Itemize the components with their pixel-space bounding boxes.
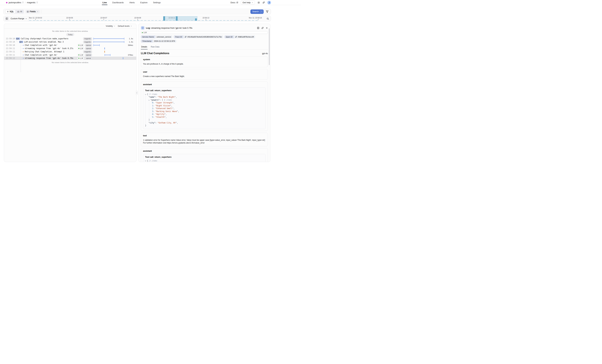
timeline-selection[interactable] <box>163 16 197 21</box>
tick-mark <box>35 19 36 20</box>
message-role: assistant <box>143 83 266 86</box>
close-icon[interactable] <box>266 27 268 29</box>
tick-label: 22:59:13 <box>203 17 209 19</box>
span-tick <box>123 57 123 59</box>
table-icon <box>27 10 29 13</box>
sql-icon <box>7 10 9 12</box>
log-row-selected[interactable]: 22:59:12 ◆ streaming response from 'gpt-… <box>4 57 136 60</box>
green-dot-icon <box>78 45 79 46</box>
log-detail-panel: Log: streaming response from 'gpt-4o' to… <box>139 24 270 162</box>
tick-label: Nov 12, 22:59:16 <box>249 17 262 19</box>
log-row[interactable]: 22:59:11 ◆ Retrying Chat Completion. Att… <box>4 50 136 53</box>
section-title: LLM Chat Completions <box>141 52 169 55</box>
log-row[interactable]: 22:59:11 ◆ Chat Completion with 'gpt-4o'… <box>4 53 136 57</box>
log-row[interactable]: 22:59:10 ◆ Chat Completion with 'gpt-4o'… <box>4 43 136 47</box>
message-text: You are professor A, in charge of the A-… <box>143 63 266 65</box>
breadcrumb-separator: / <box>25 1 26 4</box>
span-duration: 1.9s <box>126 41 133 43</box>
log-message: LLM-assisted retries enabled. Max 3 <box>24 41 64 43</box>
sql-mode-button[interactable]: SQL <box>5 10 15 13</box>
open-in-viewer-icon[interactable] <box>257 27 259 29</box>
trace-id-pill[interactable]: Trace ID #9146a6974e4e6140538043607a71c7… <box>174 35 223 38</box>
tick-mark <box>258 19 258 20</box>
project-selector[interactable]: magentic <box>27 1 36 4</box>
tab-settings[interactable]: Settings <box>153 0 161 5</box>
top-nav: ◆ jackmpcollins / magentic Live Dashboar… <box>0 0 301 5</box>
message-card-assistant: assistant Tool call: return_superhero 3 … <box>141 148 268 162</box>
share-link-icon[interactable] <box>262 1 265 4</box>
tab-live[interactable]: Live <box>103 0 107 5</box>
timeline-baseline <box>29 20 258 21</box>
tab-alerts[interactable]: Alerts <box>129 0 135 5</box>
message-card-user: user Create a new superhero named The Ba… <box>141 69 268 80</box>
span-diamond-warning-icon: ◆ <box>23 51 24 52</box>
org-chevrons-icon[interactable] <box>22 1 24 3</box>
collapse-count-badge[interactable]: 5 <box>19 41 23 43</box>
panel-resize-handle[interactable] <box>136 91 138 95</box>
levels-dropdown[interactable]: Default levels <box>118 25 132 27</box>
log-message: streaming response from 'gpt-4o' took 0.… <box>25 47 73 50</box>
theme-toggle-icon[interactable] <box>258 1 260 4</box>
green-dot-icon <box>78 58 79 59</box>
external-link-icon <box>236 1 238 4</box>
span-bar-track <box>93 57 126 60</box>
span-diamond-icon: ◆ <box>23 57 24 59</box>
filter-icon[interactable] <box>266 10 269 13</box>
message-card-tool: tool 1 validation error for Superhero na… <box>141 133 268 146</box>
log-list-panel: Visibility Default levels No older items… <box>4 24 137 162</box>
collapse-chevron-icon[interactable] <box>145 94 146 95</box>
tab-explore[interactable]: Explore <box>140 0 147 5</box>
tab-details[interactable]: Details <box>141 45 148 49</box>
tab-dashboards[interactable]: Dashboards <box>112 0 124 5</box>
message-role: tool <box>143 135 266 137</box>
search-button[interactable]: Search <box>250 10 264 14</box>
tick-mark <box>206 19 206 20</box>
log-time: 22:59:11 <box>4 54 15 56</box>
llm-badge: LLM <box>141 31 268 34</box>
link-icon <box>235 36 237 38</box>
search-query-input[interactable] <box>43 9 249 14</box>
zoom-in-icon[interactable] <box>266 17 269 20</box>
collapse-chevron-icon[interactable] <box>148 99 150 100</box>
ai-mode-button[interactable]: AI <box>16 10 24 13</box>
histogram-bar <box>163 16 165 21</box>
log-row[interactable]: 22:59:10 6 Calling chatprompt-function m… <box>4 37 136 40</box>
log-list-header: Visibility Default levels <box>4 24 136 29</box>
span-duration: 1.9s <box>126 38 133 40</box>
log-row[interactable]: 22:59:10 5 LLM-assisted retries enabled.… <box>4 40 136 43</box>
histogram-bar <box>176 16 178 21</box>
tick-label: Nov 12, 22:59:03 <box>29 17 42 19</box>
sidebar-toggle-icon[interactable] <box>5 16 9 21</box>
message-card-system: system You are professor A, in charge of… <box>141 57 268 67</box>
fields-button[interactable]: Fields <box>25 10 40 13</box>
timeline-track[interactable]: Nov 12, 22:59:03 22:59:05 22:59:07 22:59… <box>29 16 265 21</box>
get-help-button[interactable]: Get help <box>241 0 255 5</box>
project-chevrons-icon[interactable] <box>36 1 38 3</box>
log-row[interactable]: 22:59:11 ◆ streaming response from 'gpt-… <box>4 47 136 50</box>
copy-link-icon[interactable] <box>261 27 264 29</box>
chevron-down-icon <box>130 25 132 27</box>
org-selector[interactable]: jackmpcollins <box>9 1 21 4</box>
tick-label: 22:59:09 <box>134 17 141 19</box>
today-badge: Today <box>66 33 74 36</box>
avatar[interactable]: J <box>267 1 271 4</box>
time-range-selector[interactable]: Custom Range <box>11 17 28 20</box>
detail-tabs: Details Raw Data <box>141 45 268 49</box>
detail-title: Log: streaming response from 'gpt-4o' to… <box>146 27 193 29</box>
tick-mark <box>138 19 138 20</box>
span-tick <box>104 51 105 53</box>
span-id-pill[interactable]: Span ID #fd81e8f78c4ecc9f <box>225 35 255 38</box>
collapse-chevron-icon[interactable] <box>145 160 146 161</box>
log-message: Chat Completion with 'gpt-4o' <box>25 44 57 46</box>
span-diamond-icon: ◆ <box>23 54 24 56</box>
span-duration: 370ms <box>126 54 133 56</box>
visibility-dropdown[interactable]: Visibility <box>106 25 115 27</box>
tab-raw-data[interactable]: Raw Data <box>150 45 160 49</box>
detail-metadata: Service Name unknown_service Trace ID #9… <box>141 35 268 42</box>
span-bar-track <box>93 37 126 40</box>
scrollbar-thumb[interactable] <box>269 28 270 65</box>
span-duration: 384ms <box>126 44 133 46</box>
docs-link[interactable]: Docs <box>230 1 238 4</box>
toolbar-divider <box>41 10 41 13</box>
tool-call-title: Tool call: return_superhero <box>145 89 264 92</box>
